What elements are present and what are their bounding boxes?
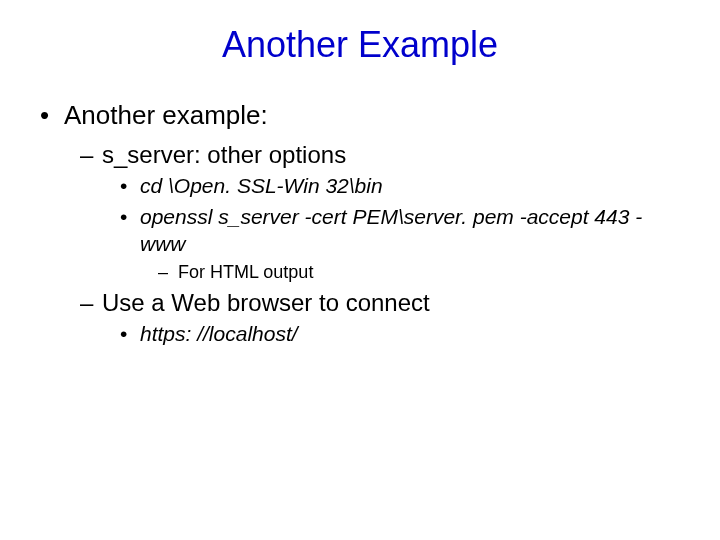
bullet-lvl1: Another example: — [40, 100, 680, 131]
bullet-lvl3-cmd: openssl s_server -cert PEM\server. pem -… — [40, 204, 680, 258]
slide: Another Example Another example: s_serve… — [0, 0, 720, 540]
bullet-lvl2: Use a Web browser to connect — [40, 289, 680, 317]
bullet-lvl3-url: https: //localhost/ — [40, 321, 680, 348]
bullet-lvl3-cmd: cd \Open. SSL-Win 32\bin — [40, 173, 680, 200]
bullet-lvl4-note: For HTML output — [40, 262, 680, 283]
slide-title: Another Example — [40, 24, 680, 66]
bullet-lvl2: s_server: other options — [40, 141, 680, 169]
